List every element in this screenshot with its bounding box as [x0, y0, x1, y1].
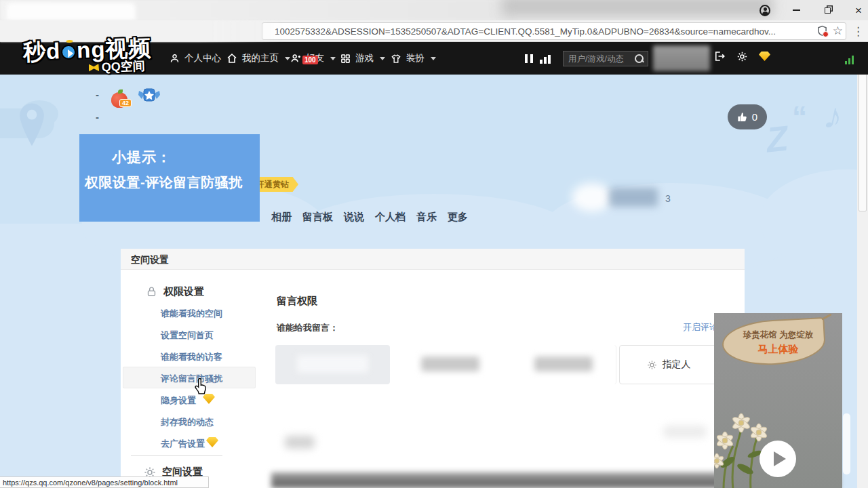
level-badge: 42 — [119, 99, 132, 107]
diamond-icon — [206, 437, 218, 447]
page-scrollbar[interactable] — [857, 42, 868, 488]
location-pin-shape — [18, 102, 46, 153]
grid-icon — [340, 54, 351, 64]
ad-scrollbar-artifact — [843, 413, 850, 474]
status-url: https://qzs.qq.com/qzone/v8/pages/settin… — [0, 479, 178, 487]
browser-profile-icon[interactable] — [760, 5, 770, 16]
mouse-cursor-hand — [193, 377, 210, 400]
home-icon — [226, 53, 237, 64]
panel-title: 空间设置 — [131, 254, 169, 266]
ad-headline: 珍贵花馆 为您绽放 — [714, 329, 842, 341]
stats-bars-icon[interactable] — [540, 55, 551, 64]
option-everyone-blurred[interactable] — [275, 345, 390, 384]
video-ad-overlay[interactable]: 珍贵花馆 为您绽放 马上体验 — [714, 313, 842, 488]
nav-games[interactable]: 游戏 — [340, 42, 385, 75]
person-icon — [170, 53, 180, 64]
leaf-shape — [721, 317, 826, 367]
tip-body: 权限设置-评论留言防骚扰 — [85, 174, 254, 192]
sidebar-link-archive-feeds[interactable]: 封存我的动态 — [161, 416, 214, 428]
panel-header: 空间设置 — [121, 249, 745, 270]
sidebar-link-who-can-see-space[interactable]: 谁能看我的空间 — [161, 308, 222, 320]
browser-menu-icon[interactable]: ⋮ — [852, 24, 864, 39]
security-shield-icon[interactable] — [817, 25, 827, 37]
option-label: 指定人 — [663, 359, 691, 371]
navbar-right-icons — [713, 50, 770, 62]
tab-message-board[interactable]: 留言板 — [302, 211, 333, 224]
sidebar-section-label: 权限设置 — [163, 285, 204, 298]
sidebar-link-remove-ads[interactable]: 去广告设置 — [161, 438, 205, 450]
partial-digit: 3 — [665, 193, 671, 204]
ad-cta[interactable]: 马上体验 — [714, 343, 842, 356]
leaf-stem — [821, 313, 832, 320]
chevron-down-icon — [330, 57, 336, 60]
qzone-search-box — [563, 51, 648, 66]
close-button[interactable]: × — [853, 5, 864, 16]
nav-label: 我的主页 — [242, 52, 279, 64]
nav-dressup[interactable]: 装扮 — [391, 42, 436, 75]
bow-icon — [89, 64, 99, 72]
shirt-icon — [391, 54, 401, 64]
url-text: 1002575332&ADSESSION=1535250507&ADTAG=CL… — [275, 26, 810, 37]
music-note-shape: ♪ — [821, 94, 847, 138]
chevron-down-icon — [431, 57, 436, 60]
content-question: 谁能给我留言： — [277, 322, 338, 334]
qzone-z-logo-shape: Z — [764, 118, 790, 161]
search-input[interactable] — [564, 54, 634, 64]
option-specified-people[interactable]: 指定人 — [619, 345, 718, 384]
gear-icon[interactable] — [736, 51, 748, 62]
quote-shape: “ — [792, 100, 807, 134]
blurred-text-remnant — [285, 436, 315, 449]
nav-my-home[interactable]: 我的主页 — [226, 42, 290, 75]
settings-panel: 空间设置 权限设置 谁能看我的空间 设置空间首页 谁能看我的访客 评论留言防骚扰… — [121, 249, 745, 488]
like-count: 0 — [752, 111, 757, 123]
signature-dash: - — [96, 111, 99, 123]
logout-icon[interactable] — [713, 50, 726, 62]
bookmark-star-icon[interactable]: ☆ — [833, 25, 843, 37]
nav-friends[interactable]: 100 好友 — [290, 42, 336, 75]
url-bar-icons: ☆ — [817, 25, 843, 37]
url-bar[interactable]: 1002575332&ADSESSION=1535250507&ADTAG=CL… — [262, 22, 846, 40]
video-watermark: 秒dng视频 QQ空间 — [22, 33, 152, 68]
status-bar: https://qzs.qq.com/qzone/v8/pages/settin… — [0, 476, 209, 488]
blurred-username — [609, 188, 658, 207]
open-comment-link[interactable]: 开启评论 — [683, 321, 718, 333]
scrollbar-thumb[interactable] — [859, 56, 867, 211]
tab-shuoshuo[interactable]: 说说 — [344, 211, 364, 224]
play-button[interactable] — [760, 441, 796, 477]
nickname-dash: - — [96, 89, 99, 100]
blurred-avatar — [572, 183, 612, 211]
play-circle-icon — [61, 45, 77, 60]
nav-label: 装扮 — [406, 52, 425, 64]
watermark-sub: QQ空间 — [88, 58, 145, 76]
gear-icon — [647, 360, 657, 370]
profile-tabs: 相册 留言板 说说 个人档 音乐 更多 — [271, 211, 468, 224]
blurred-browser-tab[interactable] — [7, 3, 136, 20]
thumbs-up-icon — [737, 112, 748, 123]
tab-profile-doc[interactable]: 个人档 — [375, 211, 406, 224]
nav-personal-center[interactable]: 个人中心 — [170, 42, 221, 75]
like-button[interactable]: 0 — [728, 104, 767, 129]
sidebar-link-set-homepage[interactable]: 设置空间首页 — [161, 329, 214, 342]
window-controls: × — [760, 0, 864, 20]
friends-icon — [290, 53, 301, 64]
nav-label: 游戏 — [355, 52, 374, 64]
sidebar-link-comment-antispam[interactable]: 评论留言防骚扰 — [161, 373, 222, 385]
screen: Z “ ♪ - 42 - 0 3 小提示： 权限设置-评论留言防骚扰 开通黄钻 … — [0, 0, 868, 488]
tab-more[interactable]: 更多 — [448, 211, 468, 224]
option-only-me-blurred[interactable] — [510, 345, 616, 384]
tab-music[interactable]: 音乐 — [416, 211, 437, 224]
blurred-region — [502, 0, 773, 16]
sidebar-link-invisible-settings[interactable]: 隐身设置 — [161, 394, 196, 407]
option-friends-blurred[interactable] — [395, 345, 505, 384]
chevron-down-icon — [285, 57, 290, 60]
minimize-button[interactable] — [791, 5, 802, 16]
yellow-diamond-icon[interactable] — [759, 52, 770, 61]
sidebar-link-who-sees-visitors[interactable]: 谁能看我的访客 — [161, 351, 222, 363]
search-icon[interactable] — [634, 54, 645, 64]
content-heading: 留言权限 — [277, 295, 317, 308]
tab-albums[interactable]: 相册 — [271, 211, 292, 224]
pause-music-icon[interactable] — [525, 54, 533, 63]
tip-title: 小提示： — [112, 148, 172, 167]
play-icon — [774, 451, 786, 466]
restore-button[interactable] — [822, 5, 833, 16]
